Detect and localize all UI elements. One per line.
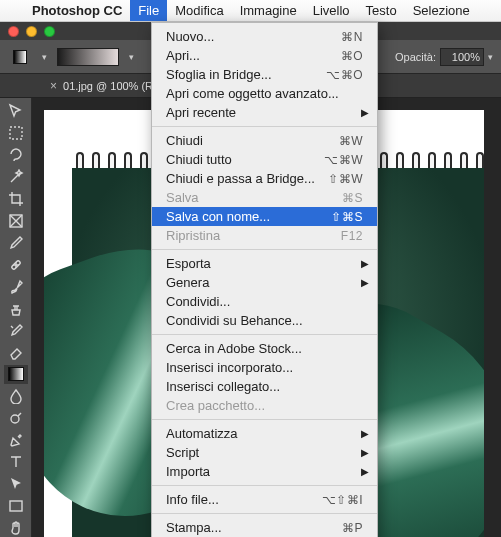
- submenu-arrow-icon: ▶: [361, 277, 369, 288]
- menu-separator: [152, 126, 377, 127]
- chevron-down-icon[interactable]: ▾: [129, 52, 134, 62]
- menu-item-label: Stampa...: [166, 520, 342, 535]
- menubar-item-modifica[interactable]: Modifica: [167, 0, 231, 21]
- menu-separator: [152, 249, 377, 250]
- tool-healing-icon[interactable]: [4, 255, 28, 274]
- menu-item-label: Inserisci collegato...: [166, 379, 363, 394]
- menu-item-cerca-in-adobe-stock[interactable]: Cerca in Adobe Stock...: [152, 339, 377, 358]
- app-name[interactable]: Photoshop CC: [24, 3, 130, 18]
- menu-item-shortcut: ⇧⌘W: [328, 172, 363, 186]
- chevron-down-icon[interactable]: ▾: [42, 52, 47, 62]
- menu-item-shortcut: ⌘S: [342, 191, 363, 205]
- window-close-icon[interactable]: [8, 26, 19, 37]
- menu-item-shortcut: ⌥⌘W: [324, 153, 363, 167]
- menu-item-condividi-su-behance[interactable]: Condividi su Behance...: [152, 311, 377, 330]
- menu-item-stampa[interactable]: Stampa...⌘P: [152, 518, 377, 537]
- tool-hand-icon[interactable]: [4, 518, 28, 537]
- menu-item-apri-recente[interactable]: Apri recente▶: [152, 103, 377, 122]
- menubar-item-file[interactable]: File: [130, 0, 167, 21]
- menu-item-label: Ripristina: [166, 228, 341, 243]
- menu-item-label: Importa: [166, 464, 363, 479]
- menu-item-apri[interactable]: Apri...⌘O: [152, 46, 377, 65]
- tool-pen-icon[interactable]: [4, 431, 28, 450]
- menu-item-label: Inserisci incorporato...: [166, 360, 363, 375]
- svg-point-3: [11, 415, 19, 423]
- svg-rect-0: [10, 127, 22, 139]
- menu-item-label: Apri recente: [166, 105, 363, 120]
- menu-item-genera[interactable]: Genera▶: [152, 273, 377, 292]
- menu-item-label: Cerca in Adobe Stock...: [166, 341, 363, 356]
- menu-item-inserisci-collegato[interactable]: Inserisci collegato...: [152, 377, 377, 396]
- menu-item-label: Sfoglia in Bridge...: [166, 67, 326, 82]
- menu-item-shortcut: ⌘P: [342, 521, 363, 535]
- tool-lasso-icon[interactable]: [4, 146, 28, 165]
- menubar-item-testo[interactable]: Testo: [358, 0, 405, 21]
- gradient-preview[interactable]: [57, 48, 119, 66]
- window-zoom-icon[interactable]: [44, 26, 55, 37]
- menubar-item-selezione[interactable]: Selezione: [405, 0, 478, 21]
- macos-menubar: Photoshop CC FileModificaImmagineLivello…: [0, 0, 501, 22]
- opacity-field[interactable]: 100%: [440, 48, 484, 66]
- menu-item-chiudi-e-passa-a-bridge[interactable]: Chiudi e passa a Bridge...⇧⌘W: [152, 169, 377, 188]
- menu-item-label: Automatizza: [166, 426, 363, 441]
- menu-item-label: Script: [166, 445, 363, 460]
- menubar-item-immagine[interactable]: Immagine: [232, 0, 305, 21]
- submenu-arrow-icon: ▶: [361, 107, 369, 118]
- menu-item-label: Condividi...: [166, 294, 363, 309]
- menu-item-shortcut: ⌘O: [341, 49, 363, 63]
- tool-brush-icon[interactable]: [4, 277, 28, 296]
- menu-item-label: Info file...: [166, 492, 322, 507]
- file-menu-dropdown: Nuovo...⌘NApri...⌘OSfoglia in Bridge...⌥…: [151, 22, 378, 537]
- menu-item-info-file[interactable]: Info file...⌥⇧⌘I: [152, 490, 377, 509]
- tools-panel: [0, 98, 32, 537]
- tool-marquee-icon[interactable]: [4, 124, 28, 143]
- menu-item-automatizza[interactable]: Automatizza▶: [152, 424, 377, 443]
- menu-item-inserisci-incorporato[interactable]: Inserisci incorporato...: [152, 358, 377, 377]
- tool-magic-wand-icon[interactable]: [4, 168, 28, 187]
- tool-dodge-icon[interactable]: [4, 409, 28, 428]
- menu-item-shortcut: ⌘N: [341, 30, 363, 44]
- menu-item-label: Salva con nome...: [166, 209, 331, 224]
- menu-item-crea-pacchetto: Crea pacchetto...: [152, 396, 377, 415]
- tool-path-select-icon[interactable]: [4, 474, 28, 493]
- tool-gradient-icon[interactable]: [4, 365, 28, 384]
- chevron-down-icon[interactable]: ▾: [488, 52, 493, 62]
- tool-crop-icon[interactable]: [4, 190, 28, 209]
- tool-type-icon[interactable]: [4, 453, 28, 472]
- document-tab[interactable]: × 01.jpg @ 100% (R: [50, 79, 153, 93]
- document-tab-title: 01.jpg @ 100% (R: [63, 80, 153, 92]
- menu-separator: [152, 513, 377, 514]
- menu-item-label: Chiudi e passa a Bridge...: [166, 171, 328, 186]
- menu-item-apri-come-oggetto-avanzato[interactable]: Apri come oggetto avanzato...: [152, 84, 377, 103]
- menu-item-label: Apri...: [166, 48, 341, 63]
- tool-clone-icon[interactable]: [4, 299, 28, 318]
- menu-item-shortcut: F12: [341, 229, 363, 243]
- opacity-label: Opacità:: [395, 51, 436, 63]
- tool-history-brush-icon[interactable]: [4, 321, 28, 340]
- menu-item-nuovo[interactable]: Nuovo...⌘N: [152, 27, 377, 46]
- menu-item-shortcut: ⌥⌘O: [326, 68, 363, 82]
- window-minimize-icon[interactable]: [26, 26, 37, 37]
- tool-move-icon[interactable]: [4, 102, 28, 121]
- tool-eyedropper-icon[interactable]: [4, 233, 28, 252]
- menu-separator: [152, 334, 377, 335]
- menu-item-esporta[interactable]: Esporta▶: [152, 254, 377, 273]
- tool-frame-icon[interactable]: [4, 212, 28, 231]
- tool-blur-icon[interactable]: [4, 387, 28, 406]
- close-icon[interactable]: ×: [50, 79, 57, 93]
- menu-item-script[interactable]: Script▶: [152, 443, 377, 462]
- menu-item-sfoglia-in-bridge[interactable]: Sfoglia in Bridge...⌥⌘O: [152, 65, 377, 84]
- tool-eraser-icon[interactable]: [4, 343, 28, 362]
- tool-rectangle-icon[interactable]: [4, 496, 28, 515]
- menu-item-label: Apri come oggetto avanzato...: [166, 86, 363, 101]
- menu-item-ripristina: RipristinaF12: [152, 226, 377, 245]
- menu-item-condividi[interactable]: Condividi...: [152, 292, 377, 311]
- menubar-item-livello[interactable]: Livello: [305, 0, 358, 21]
- menu-item-salva: Salva⌘S: [152, 188, 377, 207]
- menu-item-importa[interactable]: Importa▶: [152, 462, 377, 481]
- menu-item-shortcut: ⇧⌘S: [331, 210, 363, 224]
- tool-preset-icon[interactable]: [8, 46, 32, 68]
- menu-item-chiudi-tutto[interactable]: Chiudi tutto⌥⌘W: [152, 150, 377, 169]
- menu-item-chiudi[interactable]: Chiudi⌘W: [152, 131, 377, 150]
- menu-item-salva-con-nome[interactable]: Salva con nome...⇧⌘S: [152, 207, 377, 226]
